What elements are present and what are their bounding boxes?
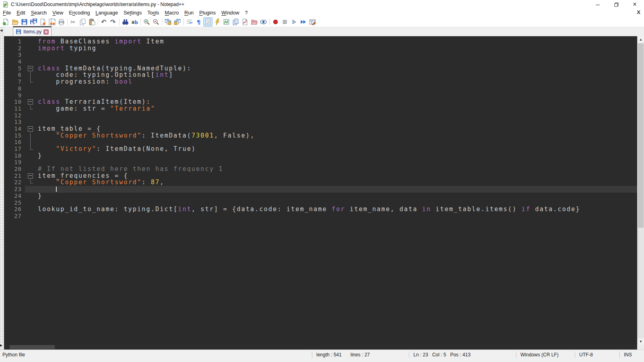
code-line[interactable]: 6 code: typing.Optional[int] [4,72,637,78]
menu-item-macro[interactable]: Macro [162,9,182,16]
print-icon[interactable] [57,17,66,27]
save-file-icon[interactable] [20,17,29,27]
show-all-characters-icon[interactable]: ¶ [194,17,203,27]
tab-close-icon[interactable]: ✕ [43,29,49,35]
menubar-close-doc-icon[interactable]: X [637,9,640,15]
minimize-button-icon[interactable]: ─ [588,0,607,9]
folder-as-workspace-icon[interactable] [250,17,259,27]
new-file-icon[interactable] [1,17,10,27]
fold-collapse-icon[interactable] [25,125,35,132]
code-line[interactable]: 10class TerrariaItem(Item): [4,99,637,105]
code-line[interactable]: 20# If not listed here then has frequenc… [4,166,637,173]
code-line[interactable]: 11 game: str = "Terraria" [4,105,637,112]
close-all-icon[interactable] [47,17,57,27]
code-line[interactable]: 23 [4,186,637,193]
scroll-down-icon[interactable]: ▼ [638,338,644,345]
vscroll-thumb[interactable] [638,43,644,228]
menu-item-run[interactable]: Run [182,9,196,16]
menu-item-window[interactable]: Window [219,9,242,16]
document-switcher-icon[interactable] [231,17,240,27]
status-eol-format[interactable]: Windows (CR LF) [516,352,575,358]
code-line[interactable]: 24} [4,193,637,200]
code-line[interactable]: 19 [4,159,637,166]
code-line[interactable]: 2import typing [4,45,637,52]
code-line[interactable]: 5class ItemData(typing.NamedTuple): [4,65,637,72]
code-line[interactable]: 16 [4,139,637,146]
function-list-icon[interactable] [213,17,222,27]
close-button-icon[interactable]: × [625,0,644,9]
scroll-up-icon[interactable]: ▲ [638,36,644,43]
code-line[interactable]: 14item_table = { [4,125,637,132]
menu-item-plugins[interactable]: Plugins [196,9,219,16]
zoom-in-icon[interactable] [142,17,151,27]
code-line[interactable]: 13 [4,119,637,125]
code-editor[interactable]: 1from BaseClasses import Item2import typ… [4,36,637,345]
code-line[interactable]: 12 [4,112,637,119]
code-line[interactable]: 4 [4,58,637,65]
code-line[interactable]: 27 [4,213,637,220]
code-line[interactable]: 22 "Copper Shortsword": 87, [4,179,637,186]
redo-icon[interactable]: ↷ [109,17,118,27]
open-file-icon[interactable] [10,17,20,27]
macro-record-icon[interactable] [271,17,280,27]
monitoring-icon[interactable] [240,17,250,27]
save-all-icon[interactable] [29,17,38,27]
dock-strip[interactable]: ◀ ▶ [0,27,4,350]
code-line[interactable]: 1from BaseClasses import Item [4,38,637,45]
status-insert-mode[interactable]: INS [619,352,644,358]
macro-stop-icon[interactable] [280,17,289,27]
code-line[interactable]: 8 [4,85,637,92]
status-encoding[interactable]: UTF-8 [575,352,619,358]
document-map-icon[interactable] [222,17,231,27]
menu-item-encoding[interactable]: Encoding [66,9,93,16]
indent-guide-icon[interactable] [203,17,213,27]
menu-item-file[interactable]: File [0,9,14,16]
restore-button-icon[interactable] [607,0,625,9]
code-line[interactable]: 17 "Victory": ItemData(None, True) [4,146,637,152]
fold-collapse-icon[interactable] [25,65,35,72]
menu-item-view[interactable]: View [50,9,66,16]
fold-collapse-icon[interactable] [25,173,35,179]
macro-run-multiple-icon[interactable] [299,17,308,27]
copy-icon[interactable] [78,17,87,27]
horizontal-scrollbar[interactable] [4,345,637,350]
code-line[interactable]: 25 [4,200,637,206]
menu-item-tools[interactable]: Tools [144,9,162,16]
fold-collapse-icon[interactable] [25,99,35,105]
code-line[interactable]: 21item_frequencies = { [4,173,637,179]
status-cursor-position[interactable]: Ln : 23 Col : 5 Pos : 413 [409,352,516,358]
code-line[interactable]: 18} [4,152,637,159]
code-line[interactable]: 15 "Copper Shortsword": ItemData(73001, … [4,132,637,139]
close-file-icon[interactable] [38,17,47,27]
sync-horizontal-icon[interactable] [173,17,182,27]
code-line[interactable]: 3 [4,51,637,58]
menu-item-edit[interactable]: Edit [14,9,28,16]
undo-icon[interactable]: ↶ [99,17,109,27]
menu-item-help[interactable]: ? [242,9,251,16]
sync-vertical-icon[interactable] [163,17,173,27]
find-icon[interactable] [121,17,130,27]
macro-edit-icon[interactable] [308,17,317,27]
menu-item-search[interactable]: Search [28,9,50,16]
cut-icon[interactable]: ✂ [69,17,78,27]
replace-icon[interactable]: ab [130,17,139,27]
paste-icon[interactable] [87,17,97,27]
menu-item-settings[interactable]: Settings [121,9,144,16]
code-line[interactable]: 7 progression: bool [4,78,637,85]
tab-items-py[interactable]: Items.py ✕ [13,26,52,36]
fold-margin [25,85,35,92]
view-file-icon[interactable] [259,17,268,27]
vscroll-track[interactable] [638,43,644,338]
hscroll-thumb[interactable] [10,345,55,349]
code-line[interactable]: 9 [4,92,637,99]
word-wrap-icon[interactable] [185,17,194,27]
vertical-scrollbar[interactable]: ▲ ▼ [637,36,644,345]
code-line[interactable]: 26lookup_id_to_name: typing.Dict[int, st… [4,206,637,213]
macro-play-icon[interactable] [289,17,299,27]
dock-arrow-top-icon[interactable]: ◀ [0,29,2,32]
status-length-lines[interactable]: length : 541 lines : 27 [312,352,409,358]
menu-item-language[interactable]: Language [93,9,121,16]
status-doc-type[interactable]: Python file [0,352,312,358]
dock-arrow-bottom-icon[interactable]: ▶ [0,344,2,347]
zoom-out-icon[interactable] [151,17,161,27]
